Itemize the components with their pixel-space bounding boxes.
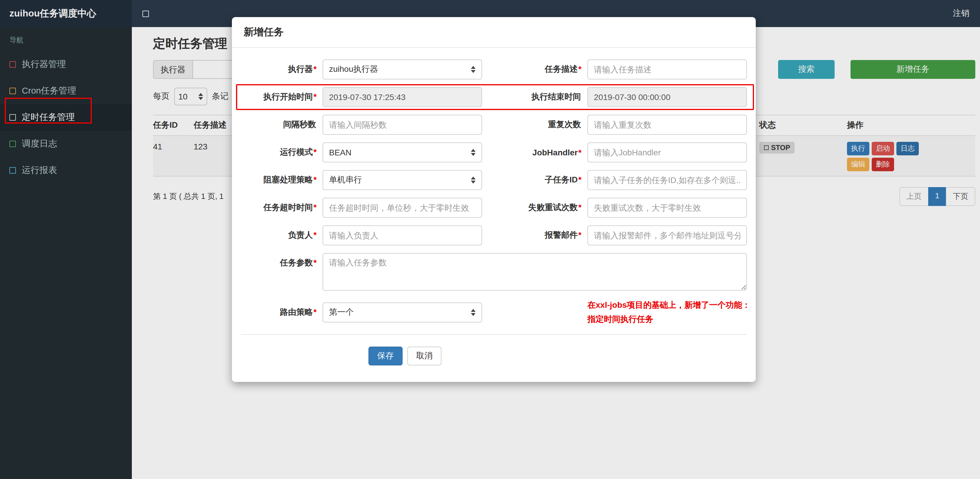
form-row-route-strategy: 路由策略* 第一个 在xxl-jobs项目的基础上，新增了一个功能： 指定时间执…: [241, 298, 747, 326]
executor-label: 执行器*: [241, 64, 323, 75]
executor-select[interactable]: zuihou执行器: [323, 59, 482, 80]
modal-footer: 保存 取消: [241, 346, 747, 382]
block-strategy-label: 阻塞处理策略*: [241, 175, 323, 185]
run-mode-label: 运行模式*: [241, 147, 323, 158]
select-caret-icon: [471, 66, 476, 73]
end-time-label: 执行结束时间: [482, 92, 587, 102]
app: zuihou任务调度中心 注销 导航 执行器管理 Cron任务管理 定时任务管理…: [0, 0, 980, 479]
alarm-email-label: 报警邮件*: [482, 230, 587, 241]
modal-header: 新增任务: [232, 17, 756, 48]
repeat-label: 重复次数: [482, 119, 587, 130]
interval-label: 间隔秒数: [241, 119, 323, 130]
run-mode-select[interactable]: BEAN: [323, 142, 482, 162]
job-handler-input[interactable]: [587, 142, 747, 162]
select-caret-icon: [471, 309, 476, 316]
feature-note: 在xxl-jobs项目的基础上，新增了一个功能： 指定时间执行任务: [587, 298, 747, 326]
form-row-interval-repeat: 间隔秒数 重复次数: [241, 115, 747, 135]
owner-input[interactable]: [323, 225, 482, 245]
form-row-owner-email: 负责人* 报警邮件*: [241, 225, 747, 245]
form-row-block-childjob: 阻塞处理策略* 单机串行 子任务ID*: [241, 170, 747, 190]
cancel-button[interactable]: 取消: [407, 346, 441, 365]
repeat-input[interactable]: [587, 115, 747, 135]
add-task-modal: 新增任务 执行器* zuihou执行器 任务描述* 执行开始时间* 执行结束时间: [232, 17, 756, 382]
child-job-label: 子任务ID*: [482, 175, 587, 185]
start-time-input[interactable]: [323, 87, 482, 107]
end-time-input[interactable]: [587, 87, 747, 107]
route-strategy-label: 路由策略*: [241, 307, 323, 318]
start-time-label: 执行开始时间*: [241, 92, 323, 102]
timeout-label: 任务超时时间*: [241, 202, 323, 213]
interval-input[interactable]: [323, 115, 482, 135]
timeout-input[interactable]: [323, 198, 482, 218]
modal-body: 执行器* zuihou执行器 任务描述* 执行开始时间* 执行结束时间 间隔秒数…: [232, 48, 756, 382]
form-row-executor-desc: 执行器* zuihou执行器 任务描述*: [241, 59, 747, 80]
job-desc-input[interactable]: [587, 59, 747, 80]
form-row-timeout-retry: 任务超时时间* 失败重试次数*: [241, 198, 747, 218]
job-desc-label: 任务描述*: [482, 64, 587, 75]
modal-divider: [241, 334, 747, 334]
modal-title: 新增任务: [244, 25, 744, 39]
select-caret-icon: [471, 177, 476, 184]
form-row-job-param: 任务参数*: [241, 253, 747, 291]
retry-label: 失败重试次数*: [482, 202, 587, 213]
job-param-label: 任务参数*: [241, 253, 323, 291]
alarm-email-input[interactable]: [587, 225, 747, 245]
route-strategy-select[interactable]: 第一个: [323, 302, 482, 323]
child-job-input[interactable]: [587, 170, 747, 190]
retry-input[interactable]: [587, 198, 747, 218]
form-row-runmode-handler: 运行模式* BEAN JobHandler*: [241, 142, 747, 162]
form-row-time: 执行开始时间* 执行结束时间: [241, 87, 747, 107]
save-button[interactable]: 保存: [369, 346, 402, 365]
select-caret-icon: [471, 149, 476, 156]
block-strategy-select[interactable]: 单机串行: [323, 170, 482, 190]
job-param-textarea[interactable]: [323, 253, 747, 291]
owner-label: 负责人*: [241, 230, 323, 241]
job-handler-label: JobHandler*: [482, 148, 587, 157]
